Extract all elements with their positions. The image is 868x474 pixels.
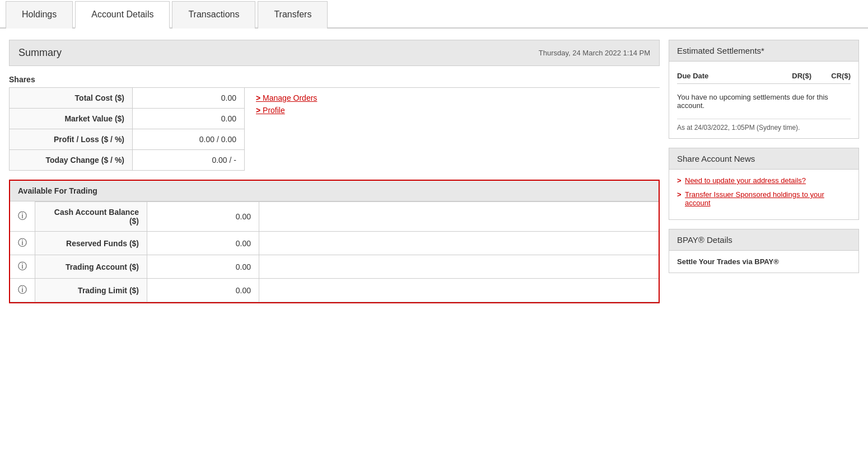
bpay-body: Settle Your Trades via BPAY® <box>669 251 858 273</box>
shares-actions: Manage Orders Profile <box>245 88 660 171</box>
table-row: ⓘ Reserved Funds ($) 0.00 <box>10 232 659 255</box>
tab-transactions[interactable]: Transactions <box>172 1 255 29</box>
tab-bar: Holdings Account Details Transactions Tr… <box>0 0 868 29</box>
estimated-settlements-header: Estimated Settlements* <box>669 40 858 62</box>
trading-limit-label: Trading Limit ($) <box>35 279 147 302</box>
total-cost-value: 0.00 <box>133 88 245 109</box>
summary-header: Summary Thursday, 24 March 2022 1:14 PM <box>9 40 660 66</box>
trading-table: ⓘ Cash Account Balance ($) 0.00 ⓘ Reserv… <box>10 201 659 302</box>
trading-box: Available For Trading ⓘ Cash Account Bal… <box>9 180 660 303</box>
today-change-value: 0.00 / - <box>133 150 245 171</box>
cash-balance-help-icon[interactable]: ⓘ <box>10 202 35 232</box>
reserved-funds-label: Reserved Funds ($) <box>35 232 147 255</box>
trading-limit-value: 0.00 <box>147 279 259 302</box>
settlements-columns: Due Date DR($) CR($) <box>677 68 851 84</box>
market-value-value: 0.00 <box>133 109 245 129</box>
empty-cell-1 <box>259 232 659 255</box>
shares-table: Total Cost ($) 0.00 Manage Orders Profil… <box>9 87 660 171</box>
col-dr: DR($) <box>772 72 811 80</box>
right-column: Estimated Settlements* Due Date DR($) CR… <box>669 40 859 303</box>
manage-orders-link[interactable]: Manage Orders <box>256 93 652 102</box>
trading-account-help-icon[interactable]: ⓘ <box>10 255 35 279</box>
share-account-news-header: Share Account News <box>669 148 858 170</box>
today-change-label: Today Change ($ / %) <box>10 150 133 171</box>
profit-loss-value: 0.00 / 0.00 <box>133 129 245 150</box>
col-cr: CR($) <box>811 72 851 80</box>
trading-header: Available For Trading <box>10 181 659 201</box>
profile-link[interactable]: Profile <box>256 106 652 115</box>
settlements-timestamp: As at 24/03/2022, 1:05PM (Sydney time). <box>677 119 851 132</box>
bpay-settle-label: Settle Your Trades via BPAY® <box>677 257 779 266</box>
trading-account-value: 0.00 <box>147 255 259 279</box>
bpay-header: BPAY® Details <box>669 229 858 251</box>
profit-loss-label: Profit / Loss ($ / %) <box>10 129 133 150</box>
trading-limit-help-icon[interactable]: ⓘ <box>10 279 35 302</box>
table-row: ⓘ Cash Account Balance ($) 0.00 <box>10 202 659 232</box>
bpay-panel: BPAY® Details Settle Your Trades via BPA… <box>669 229 859 273</box>
summary-date: Thursday, 24 March 2022 1:14 PM <box>539 49 650 57</box>
reserved-funds-value: 0.00 <box>147 232 259 255</box>
empty-cell-0 <box>259 202 659 232</box>
news-link-address[interactable]: Need to update your address details? <box>677 176 851 185</box>
table-row: ⓘ Trading Account ($) 0.00 <box>10 255 659 279</box>
tab-account-details[interactable]: Account Details <box>75 1 170 29</box>
settlements-empty-message: You have no upcoming settlements due for… <box>677 88 851 119</box>
tab-holdings[interactable]: Holdings <box>6 1 73 29</box>
reserved-funds-help-icon[interactable]: ⓘ <box>10 232 35 255</box>
trading-account-label: Trading Account ($) <box>35 255 147 279</box>
shares-section-label: Shares <box>9 75 660 84</box>
share-account-news-body: Need to update your address details? Tra… <box>669 170 858 219</box>
summary-title: Summary <box>18 47 62 59</box>
cash-balance-label: Cash Account Balance ($) <box>35 202 147 232</box>
estimated-settlements-panel: Estimated Settlements* Due Date DR($) CR… <box>669 40 859 139</box>
table-row: ⓘ Trading Limit ($) 0.00 <box>10 279 659 302</box>
empty-cell-2 <box>259 255 659 279</box>
main-content: Summary Thursday, 24 March 2022 1:14 PM … <box>0 29 868 315</box>
left-column: Summary Thursday, 24 March 2022 1:14 PM … <box>9 40 660 303</box>
col-due-date: Due Date <box>677 72 772 80</box>
total-cost-label: Total Cost ($) <box>10 88 133 109</box>
estimated-settlements-body: Due Date DR($) CR($) You have no upcomin… <box>669 62 858 138</box>
cash-balance-value: 0.00 <box>147 202 259 232</box>
table-row: Total Cost ($) 0.00 Manage Orders Profil… <box>10 88 660 109</box>
tab-transfers[interactable]: Transfers <box>258 1 328 29</box>
news-link-transfer[interactable]: Transfer Issuer Sponsored holdings to yo… <box>677 190 851 207</box>
empty-cell-3 <box>259 279 659 302</box>
share-account-news-panel: Share Account News Need to update your a… <box>669 148 859 220</box>
market-value-label: Market Value ($) <box>10 109 133 129</box>
